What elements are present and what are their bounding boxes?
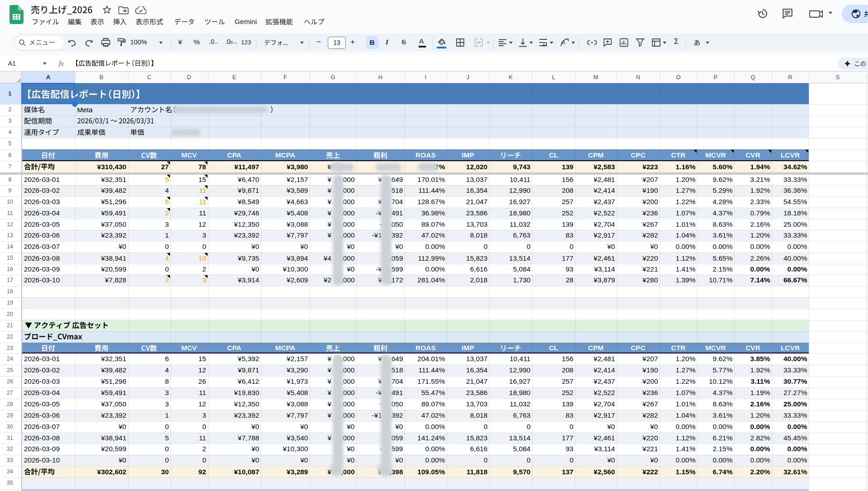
svg-text:A: A: [562, 40, 566, 45]
